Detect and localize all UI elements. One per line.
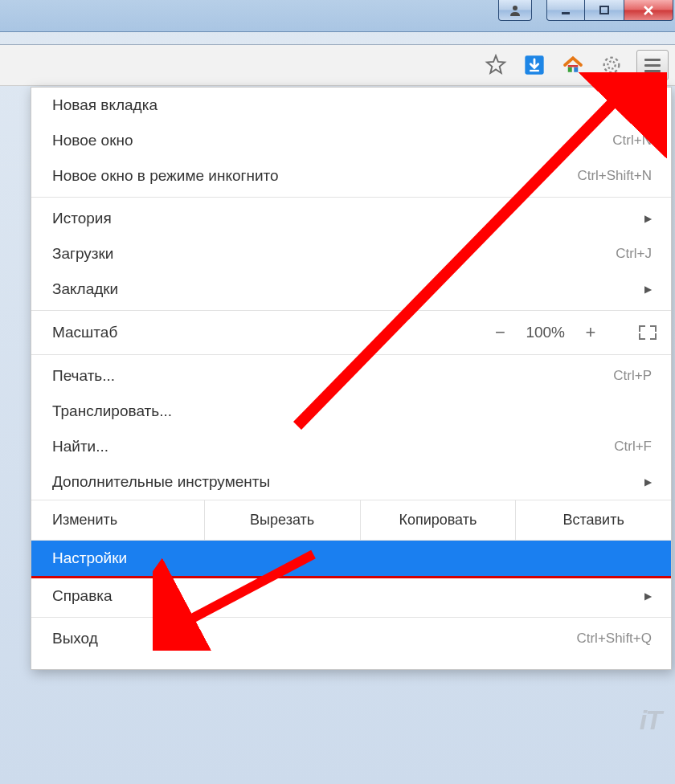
menu-help[interactable]: Справка ▶ — [31, 578, 671, 614]
menu-item-label: Выход — [52, 630, 576, 647]
menu-more-tools[interactable]: Дополнительные инструменты ▶ — [31, 464, 671, 500]
menu-downloads[interactable]: Загрузки Ctrl+J — [31, 236, 671, 272]
menu-item-shortcut: Ctrl+Shift+Q — [576, 631, 652, 647]
menu-item-shortcut: Ctrl+F — [614, 439, 652, 455]
menu-item-label: Новое окно — [52, 132, 612, 149]
gear-icon[interactable] — [598, 51, 625, 79]
minimize-button[interactable] — [546, 0, 585, 21]
zoom-value: 100% — [526, 324, 565, 341]
close-button[interactable] — [624, 0, 673, 21]
svg-rect-7 — [568, 65, 579, 67]
edit-cut-button[interactable]: Вырезать — [205, 500, 361, 540]
chevron-right-icon: ▶ — [644, 476, 652, 488]
menu-new-tab[interactable]: Новая вкладка Ctrl+T — [31, 88, 671, 123]
menu-item-label: Справка — [52, 587, 636, 605]
menu-item-label: Закладки — [52, 280, 636, 298]
menu-item-label: Транслировать... — [52, 402, 652, 420]
menu-item-label: Новая вкладка — [52, 96, 614, 114]
zoom-out-button[interactable]: − — [492, 322, 508, 343]
menu-item-shortcut: Ctrl+N — [612, 133, 652, 149]
menu-item-label: Дополнительные инструменты — [52, 473, 636, 491]
menu-zoom: Масштаб − 100% + — [31, 314, 671, 351]
chevron-right-icon: ▶ — [644, 213, 652, 224]
menu-item-shortcut: Ctrl+Shift+N — [577, 168, 652, 184]
svg-point-9 — [604, 58, 620, 73]
menu-settings[interactable]: Настройки — [31, 541, 671, 578]
menu-item-label: Настройки — [52, 549, 652, 567]
maximize-button[interactable] — [585, 0, 624, 21]
svg-point-8 — [608, 61, 615, 68]
window-titlebar — [0, 0, 675, 32]
menu-history[interactable]: История ▶ — [31, 201, 671, 236]
chevron-right-icon: ▶ — [644, 590, 652, 602]
chevron-right-icon: ▶ — [644, 284, 652, 295]
menu-item-label: Печать... — [52, 367, 613, 385]
svg-rect-6 — [574, 67, 578, 72]
menu-find[interactable]: Найти... Ctrl+F — [31, 429, 671, 464]
edit-copy-button[interactable]: Копировать — [361, 500, 517, 540]
svg-rect-5 — [568, 67, 572, 72]
menu-item-label: История — [52, 210, 636, 227]
menu-item-shortcut: Ctrl+J — [616, 246, 652, 262]
download-icon[interactable] — [521, 51, 548, 79]
menu-separator — [31, 354, 671, 355]
hamburger-menu-button[interactable] — [636, 50, 669, 80]
star-icon[interactable] — [482, 51, 509, 79]
menu-item-shortcut: Ctrl+P — [613, 368, 652, 384]
menu-item-label: Загрузки — [52, 245, 616, 263]
menu-bookmarks[interactable]: Закладки ▶ — [31, 272, 671, 307]
menu-edit-row: Изменить Вырезать Копировать Вставить — [31, 500, 671, 541]
menu-print[interactable]: Печать... Ctrl+P — [31, 358, 671, 394]
menu-separator — [31, 310, 671, 311]
menu-item-label: Найти... — [52, 438, 614, 455]
svg-rect-4 — [530, 70, 539, 71]
menu-new-window[interactable]: Новое окно Ctrl+N — [31, 123, 671, 158]
watermark: iT — [640, 704, 661, 736]
svg-rect-1 — [562, 12, 570, 14]
menu-item-label: Новое окно в режиме инкогнито — [52, 167, 577, 185]
edit-label: Изменить — [31, 500, 205, 540]
fullscreen-icon[interactable] — [639, 325, 657, 340]
main-menu-dropdown: Новая вкладка Ctrl+T Новое окно Ctrl+N Н… — [31, 87, 672, 670]
menu-separator — [31, 617, 671, 618]
profile-button[interactable] — [498, 0, 532, 21]
zoom-in-button[interactable]: + — [583, 322, 599, 343]
menu-item-label: Масштаб — [52, 324, 492, 341]
svg-point-0 — [513, 6, 518, 10]
browser-toolbar — [0, 44, 675, 86]
menu-separator — [31, 197, 671, 198]
menu-item-shortcut: Ctrl+T — [614, 97, 652, 113]
menu-new-incognito[interactable]: Новое окно в режиме инкогнито Ctrl+Shift… — [31, 158, 671, 194]
menu-exit[interactable]: Выход Ctrl+Shift+Q — [31, 621, 671, 656]
menu-cast[interactable]: Транслировать... — [31, 394, 671, 429]
svg-rect-2 — [600, 6, 608, 14]
edit-paste-button[interactable]: Вставить — [516, 500, 671, 540]
home-icon[interactable] — [559, 51, 587, 79]
